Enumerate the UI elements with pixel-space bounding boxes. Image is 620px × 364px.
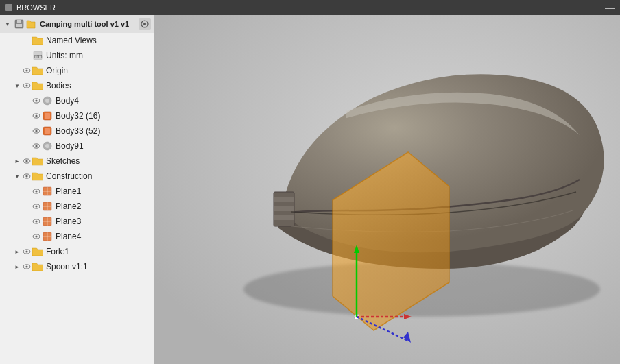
item-label-construction: Construction bbox=[46, 171, 92, 181]
save-icon bbox=[14, 19, 24, 29]
minimize-icon[interactable]: — bbox=[605, 2, 615, 13]
tree-item-plane2[interactable]: Plane2 bbox=[0, 199, 154, 214]
svg-point-12 bbox=[35, 99, 37, 101]
item-icon-origin bbox=[32, 65, 44, 76]
svg-rect-60 bbox=[274, 215, 294, 220]
tree-item-body33[interactable]: Body33 (52) bbox=[0, 123, 154, 138]
item-icon-body33 bbox=[41, 125, 53, 136]
expand-arrow-plane4 bbox=[22, 232, 32, 241]
expand-arrow-plane3 bbox=[22, 217, 32, 226]
expand-arrow-body32 bbox=[22, 111, 32, 121]
expand-arrow-units bbox=[12, 51, 22, 60]
document-row[interactable]: ▼ Camping multi tool v1 v1 bbox=[0, 15, 154, 33]
tree-item-body4[interactable]: Body4 bbox=[0, 93, 154, 108]
expand-arrow-plane2 bbox=[22, 202, 32, 211]
item-icon-plane1 bbox=[41, 186, 53, 197]
item-icon-plane4 bbox=[41, 231, 53, 242]
tree-item-fork1[interactable]: ►Fork:1 bbox=[0, 244, 154, 259]
expand-arrow-spoon1[interactable]: ► bbox=[12, 262, 22, 271]
svg-point-24 bbox=[35, 145, 37, 147]
expand-arrow-fork1[interactable]: ► bbox=[12, 247, 22, 256]
expand-arrow-construction[interactable]: ▼ bbox=[12, 171, 22, 181]
item-icon-body91 bbox=[41, 141, 53, 151]
expand-arrow-named-views bbox=[12, 36, 22, 45]
tree-item-bodies[interactable]: ▼Bodies bbox=[0, 78, 154, 93]
eye-icon-body91[interactable] bbox=[32, 141, 41, 151]
eye-icon-bodies[interactable] bbox=[22, 81, 32, 90]
expand-arrow-body4 bbox=[22, 96, 32, 106]
browser-title: BROWSER bbox=[16, 3, 56, 12]
eye-icon-spoon1[interactable] bbox=[22, 262, 32, 271]
svg-point-14 bbox=[45, 99, 49, 103]
item-label-body32: Body32 (16) bbox=[56, 111, 100, 121]
eye-icon-plane4[interactable] bbox=[32, 232, 41, 241]
folder-doc-icon bbox=[26, 19, 36, 29]
tree-item-plane4[interactable]: Plane4 bbox=[0, 229, 154, 244]
item-label-plane1: Plane1 bbox=[56, 186, 81, 196]
viewport[interactable] bbox=[154, 15, 620, 364]
eye-icon-fork1[interactable] bbox=[22, 247, 32, 256]
svg-point-32 bbox=[35, 190, 37, 192]
item-icon-spoon1 bbox=[32, 261, 44, 272]
svg-rect-58 bbox=[274, 197, 294, 202]
tree-item-named-views[interactable]: Named Views bbox=[0, 33, 154, 48]
eye-icon-origin[interactable] bbox=[22, 66, 32, 75]
item-label-body33: Body33 (52) bbox=[56, 126, 100, 136]
svg-point-52 bbox=[25, 250, 27, 252]
browser-titlebar: BROWSER — bbox=[0, 0, 620, 15]
svg-point-4 bbox=[143, 23, 146, 25]
eye-icon-body33[interactable] bbox=[32, 126, 41, 136]
browser-icon bbox=[5, 4, 12, 11]
expand-arrow-body33 bbox=[22, 126, 32, 136]
item-label-bodies: Bodies bbox=[46, 81, 71, 90]
item-label-plane3: Plane3 bbox=[56, 217, 81, 226]
tree-item-spoon1[interactable]: ►Spoon v1:1 bbox=[0, 259, 154, 274]
svg-point-54 bbox=[25, 265, 27, 267]
tree-container: Named ViewsmmUnits: mmOrigin▼BodiesBody4… bbox=[0, 33, 154, 274]
svg-rect-18 bbox=[45, 113, 50, 119]
svg-point-28 bbox=[25, 160, 27, 162]
expand-arrow-bodies[interactable]: ▼ bbox=[12, 81, 22, 90]
doc-expand-arrow[interactable]: ▼ bbox=[3, 19, 12, 29]
item-icon-sketches bbox=[32, 156, 44, 167]
item-label-spoon1: Spoon v1:1 bbox=[46, 262, 88, 271]
tree-item-plane3[interactable]: Plane3 bbox=[0, 214, 154, 229]
svg-point-30 bbox=[25, 175, 27, 177]
tree-item-units[interactable]: mmUnits: mm bbox=[0, 48, 154, 63]
eye-icon-plane1[interactable] bbox=[32, 186, 41, 196]
eye-icon-sketches[interactable] bbox=[22, 156, 32, 166]
svg-point-20 bbox=[35, 130, 37, 132]
expand-arrow-body91 bbox=[22, 141, 32, 151]
eye-icon-plane3[interactable] bbox=[32, 217, 41, 226]
item-icon-body4 bbox=[41, 95, 53, 106]
svg-point-47 bbox=[35, 235, 37, 237]
svg-point-16 bbox=[35, 114, 37, 117]
tree-item-origin[interactable]: Origin bbox=[0, 63, 154, 78]
item-icon-plane2 bbox=[41, 201, 53, 212]
tree-item-body32[interactable]: Body32 (16) bbox=[0, 108, 154, 123]
eye-icon-construction[interactable] bbox=[22, 171, 32, 181]
tree-item-body91[interactable]: Body91 bbox=[0, 138, 154, 154]
eye-icon-body4[interactable] bbox=[32, 96, 41, 106]
eye-icon-body32[interactable] bbox=[32, 111, 41, 121]
tree-item-construction[interactable]: ▼Construction bbox=[0, 169, 154, 184]
svg-text:mm: mm bbox=[34, 53, 43, 58]
tree-item-sketches[interactable]: ►Sketches bbox=[0, 154, 154, 169]
svg-point-42 bbox=[35, 220, 37, 222]
expand-arrow-plane1 bbox=[22, 186, 32, 196]
svg-rect-2 bbox=[17, 20, 21, 23]
item-icon-construction bbox=[32, 171, 44, 182]
item-label-fork1: Fork:1 bbox=[46, 247, 69, 256]
item-icon-plane3 bbox=[41, 216, 53, 227]
expand-arrow-sketches[interactable]: ► bbox=[12, 156, 22, 166]
item-label-origin: Origin bbox=[46, 66, 68, 75]
tree-item-plane1[interactable]: Plane1 bbox=[0, 184, 154, 199]
item-label-units: Units: mm bbox=[46, 51, 83, 60]
pin-icon[interactable] bbox=[139, 18, 151, 30]
item-label-named-views: Named Views bbox=[46, 36, 97, 45]
eye-icon-plane2[interactable] bbox=[32, 202, 41, 211]
viewport-content bbox=[154, 15, 620, 364]
item-label-body91: Body91 bbox=[56, 141, 84, 151]
svg-rect-22 bbox=[45, 128, 50, 134]
sidebar: ▼ Camping multi tool v1 v1 Named Viewsmm… bbox=[0, 15, 154, 364]
